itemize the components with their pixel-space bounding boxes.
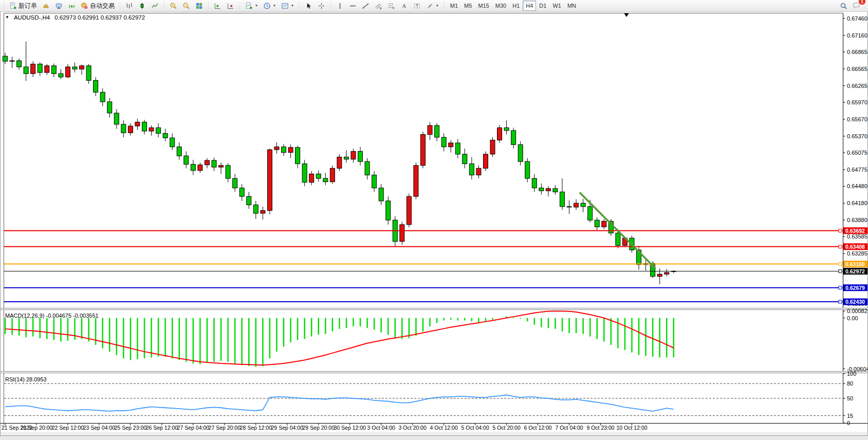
timeframe-button-M1[interactable]: M1 <box>447 1 461 11</box>
timeframe-toolbar: M1M5M15M30H1H4D1W1MN <box>447 1 579 11</box>
time-label: 7 Oct 04:00 <box>555 425 583 431</box>
chart-canvas[interactable]: 0.674600.671600.668650.665650.662650.659… <box>0 11 868 436</box>
price-tick-label: 0.66565 <box>847 66 867 72</box>
bar-chart-button[interactable] <box>123 1 136 11</box>
toolbar-grip[interactable] <box>119 2 121 9</box>
channel-button[interactable]: E <box>372 1 385 11</box>
candle <box>476 168 481 175</box>
toolbar-grip[interactable] <box>443 2 446 9</box>
auto-trading-button[interactable]: 自动交易 <box>78 1 117 11</box>
toolbar-grip[interactable] <box>3 2 5 9</box>
zoom-in-button[interactable] <box>167 1 180 11</box>
candle <box>80 66 84 69</box>
time-label: 3 Oct 04:00 <box>367 425 395 431</box>
candlestick-button[interactable] <box>136 1 149 11</box>
signals-button[interactable] <box>65 1 78 11</box>
timeframe-button-MN[interactable]: MN <box>564 1 579 11</box>
toolbar-grip[interactable] <box>298 2 301 9</box>
candle <box>24 67 28 74</box>
candle <box>553 189 558 192</box>
cursor-button[interactable] <box>302 1 315 11</box>
dropdown-caret-icon: ▼ <box>273 4 276 7</box>
candle <box>337 157 342 168</box>
candle <box>518 144 523 161</box>
timeframe-button-H4[interactable]: H4 <box>523 1 536 11</box>
time-label: 27 Sep 04:00 <box>177 425 210 431</box>
line-chart-button[interactable] <box>149 1 161 11</box>
vertical-line-button[interactable] <box>334 1 346 11</box>
candle <box>455 143 460 154</box>
toolbar: 新订单 自动交易 ▼ ▼ <box>0 0 868 12</box>
toolbar-grip[interactable] <box>207 2 210 9</box>
timeframe-button-H1[interactable]: H1 <box>509 1 523 11</box>
candle <box>94 80 98 92</box>
terminal-button[interactable] <box>52 1 65 11</box>
gold-button[interactable] <box>40 1 52 11</box>
dropdown-caret-icon: ▼ <box>255 4 258 7</box>
candle <box>31 64 35 74</box>
price-tick-label: 0.65670 <box>847 116 867 122</box>
period-button[interactable]: ▼ <box>261 1 279 11</box>
crosshair-button[interactable] <box>315 1 328 11</box>
time-label: 27 Sep 20:00 <box>209 425 241 431</box>
candle <box>316 174 321 178</box>
timeframe-button-W1[interactable]: W1 <box>549 1 564 11</box>
indicator-window-icon <box>227 2 234 10</box>
dropdown-caret-icon: ▼ <box>291 4 294 7</box>
rsi-tick-label: 15 <box>847 413 853 419</box>
new-order-button[interactable]: 新订单 <box>7 1 40 11</box>
candle <box>177 147 181 156</box>
search-button[interactable] <box>837 1 850 11</box>
candle <box>45 66 49 72</box>
timeframe-button-D1[interactable]: D1 <box>536 1 549 11</box>
candle <box>114 113 119 124</box>
candle <box>469 164 474 175</box>
trendline-button[interactable] <box>359 1 372 11</box>
toolbar-grip[interactable] <box>329 2 332 9</box>
price-tick-label: 0.67160 <box>847 32 867 39</box>
collapse-triangle-icon[interactable]: ▼ <box>5 15 9 20</box>
zoom-out-button[interactable] <box>180 1 193 11</box>
text-label-button[interactable]: T <box>411 1 423 11</box>
broadcast-icon <box>68 2 76 10</box>
svg-text:E: E <box>380 6 382 9</box>
candle <box>574 203 579 207</box>
candle <box>226 166 230 178</box>
horizontal-line-icon <box>349 2 357 10</box>
hline-axis-marker <box>839 300 842 303</box>
zoom-out-icon <box>182 2 190 10</box>
computer-icon <box>55 2 63 10</box>
chart-window[interactable]: 0.674600.671600.668650.665650.662650.659… <box>0 11 868 436</box>
fibonacci-button[interactable]: F <box>385 1 398 11</box>
indicator-window-button[interactable] <box>224 1 237 11</box>
timeframe-button-M30[interactable]: M30 <box>492 1 509 11</box>
template-button[interactable]: ▼ <box>279 1 297 11</box>
arrow-objects-icon <box>426 2 434 10</box>
time-axis[interactable]: 21 Sep 202221 Sep 20:0022 Sep 12:0023 Se… <box>2 424 648 431</box>
notification-badge[interactable]: 1 <box>858 0 866 5</box>
indicators-button[interactable] <box>211 1 224 11</box>
candle <box>386 201 391 220</box>
arrows-button[interactable]: ▼ <box>423 1 441 11</box>
timeframe-button-M15[interactable]: M15 <box>475 1 492 11</box>
candle <box>421 135 426 166</box>
candle <box>595 220 599 227</box>
tile-windows-button[interactable] <box>193 1 206 11</box>
add-indicator-button[interactable]: ▼ <box>243 1 261 11</box>
timeframe-button-M5[interactable]: M5 <box>461 1 475 11</box>
candle <box>400 225 404 242</box>
time-label: 10 Oct 12:00 <box>616 425 647 431</box>
candle <box>267 150 272 210</box>
price-label-text: 0.63100 <box>845 261 865 267</box>
candle <box>435 125 439 137</box>
candle <box>664 272 669 274</box>
horizontal-line-button[interactable] <box>346 1 359 11</box>
toolbar-grip[interactable] <box>238 2 241 9</box>
rsi-tick-label: 100 <box>847 371 856 377</box>
macd-tick-label: 0.00082 <box>847 308 867 314</box>
text-button[interactable]: A <box>398 1 411 11</box>
candle <box>3 56 8 61</box>
candle <box>274 147 279 150</box>
candle <box>497 127 502 140</box>
toolbar-grip[interactable] <box>163 2 165 9</box>
